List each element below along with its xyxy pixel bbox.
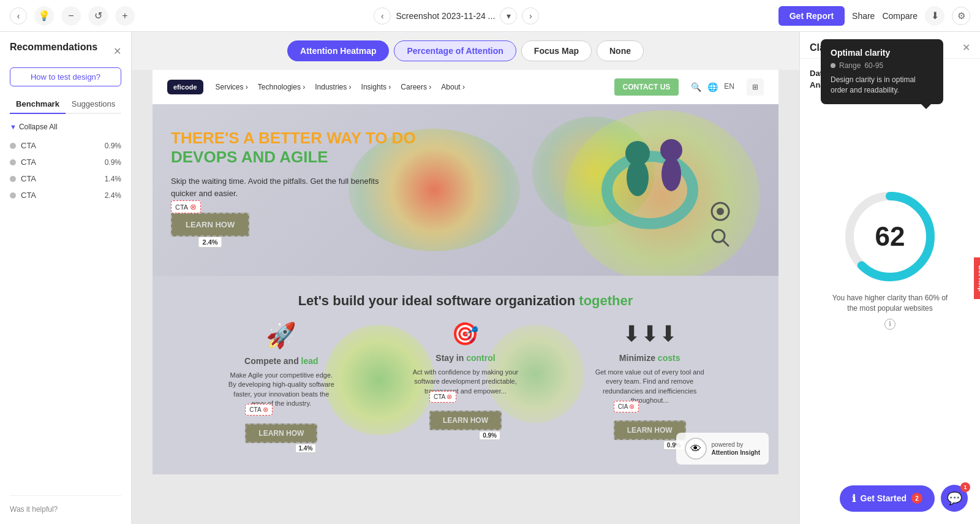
sidebar-bottom: Was it helpful? xyxy=(10,495,121,514)
cta-dot-2 xyxy=(10,159,16,165)
next-screenshot-button[interactable]: › xyxy=(522,7,539,25)
gauge-number: 62 xyxy=(875,221,905,252)
ai-logo: 👁 xyxy=(685,438,707,460)
tab-attention-heatmap[interactable]: Attention Heatmap xyxy=(287,40,389,61)
tooltip-description: Design clarity is in optimal order and r… xyxy=(831,75,933,96)
site-nav-links: Services › Technologies › Industries › I… xyxy=(216,83,602,91)
feature2-pct: 0.9% xyxy=(479,431,500,440)
site-nav: eficode Services › Technologies › Indust… xyxy=(153,70,778,104)
get-started-badge: 2 xyxy=(911,493,922,504)
bulb-button[interactable]: 💡 xyxy=(34,6,54,26)
plus-button[interactable]: + xyxy=(115,6,135,26)
cta-pct-4: 2.4% xyxy=(105,191,121,200)
bottom-title-text: Let's build your ideal software organiza… xyxy=(298,293,633,308)
feature-desc-3: Get more value out of every tool and eve… xyxy=(595,368,705,406)
get-report-button[interactable]: Get Report xyxy=(778,6,845,26)
hero-section: THERE'S A BETTER WAY TO DO DEVOPS AND AG… xyxy=(153,104,778,276)
download-button[interactable]: ⬇ xyxy=(925,6,944,26)
cta-pct-2: 0.9% xyxy=(105,158,121,167)
tab-benchmark[interactable]: Benchmark xyxy=(10,95,66,114)
features-row: 🚀 Compete and lead Make Agile your compe… xyxy=(153,321,778,443)
site-nav-icons: 🔍 🌐 EN xyxy=(691,82,734,92)
language-selector: EN xyxy=(724,82,734,92)
feature1-learn-how-button[interactable]: LEARN HOW 1.4% xyxy=(245,423,317,443)
gauge-caption: You have higher clarity than 60% of the … xyxy=(829,293,951,314)
website-mockup: eficode Services › Technologies › Indust… xyxy=(153,70,778,474)
contact-us-button[interactable]: CONTACT US xyxy=(614,78,679,96)
back-button[interactable]: ‹ xyxy=(10,7,27,25)
compare-button[interactable]: Compare xyxy=(882,11,918,21)
tooltip-range: Range 60-95 xyxy=(831,61,933,70)
feature-desc-2: Act with confidence by making your softw… xyxy=(410,368,521,396)
dropdown-arrow-button[interactable]: ▾ xyxy=(500,7,517,25)
cta-item-3: CTA 1.4% xyxy=(10,170,121,187)
hero-title: THERE'S A BETTER WAY TO DO DEVOPS AND AG… xyxy=(171,129,760,167)
tooltip-range-value: 60-95 xyxy=(864,61,883,70)
sidebar: Recommendations ✕ How to test design? Be… xyxy=(0,32,132,524)
refresh-button[interactable]: ↺ xyxy=(88,6,108,26)
how-to-test-button[interactable]: How to test design? xyxy=(10,67,121,86)
sidebar-tabs: Benchmark Suggestions xyxy=(10,95,121,114)
clarity-tooltip: Optimal clarity Range 60-95 Design clari… xyxy=(821,39,943,104)
topbar: ‹ 💡 − ↺ + ‹ Screenshot 2023-11-24 ... ▾ … xyxy=(0,0,980,32)
chat-badge: 1 xyxy=(960,482,970,492)
nav-link-about: About › xyxy=(441,83,465,91)
tab-focus-map[interactable]: Focus Map xyxy=(521,40,592,61)
collapse-arrow-icon: ▼ xyxy=(10,123,17,131)
collapse-all-button[interactable]: ▼ Collapse All xyxy=(10,123,121,131)
prev-screenshot-button[interactable]: ‹ xyxy=(374,7,391,25)
minus-button[interactable]: − xyxy=(61,6,81,26)
topbar-right: Get Report Share Compare ⬇ ⚙ xyxy=(778,6,970,26)
feature3-learn-how-button[interactable]: LEARN HOW 0.9% xyxy=(614,420,686,440)
feature-item-3: ⬇⬇⬇ Minimize costs Get more value out of… xyxy=(582,321,717,443)
search-icon: 🔍 xyxy=(691,82,701,92)
sidebar-close-button[interactable]: ✕ xyxy=(113,45,121,57)
cta-label-2: CTA xyxy=(21,158,100,167)
settings-icon: ⚙ xyxy=(957,10,965,21)
cta-pct-1: 0.9% xyxy=(105,142,121,150)
tooltip-arrow xyxy=(921,104,931,109)
feature1-cta-tag: CTA ⊗ xyxy=(245,404,272,416)
hero-text-area: THERE'S A BETTER WAY TO DO DEVOPS AND AG… xyxy=(153,104,778,261)
get-started-button[interactable]: ℹ Get Started 2 xyxy=(840,485,935,512)
right-panel-close-button[interactable]: ✕ xyxy=(962,42,970,53)
screenshot-area[interactable]: eficode Services › Technologies › Indust… xyxy=(132,70,799,524)
feature2-learn-how-button[interactable]: LEARN HOW 0.9% xyxy=(429,411,502,430)
nav-link-insights: Insights › xyxy=(361,83,391,91)
tab-none[interactable]: None xyxy=(597,40,644,61)
range-dot xyxy=(831,63,835,68)
bottom-section: Let's build your ideal software organiza… xyxy=(153,276,778,474)
chat-button[interactable]: 💬 1 xyxy=(941,485,968,512)
right-panel-body: Date: Nov 24 2023 Analysis type: Desktop… xyxy=(800,59,980,524)
bottom-section-title: Let's build your ideal software organiza… xyxy=(153,276,778,321)
back-icon: ‹ xyxy=(17,11,20,21)
screenshot-wrapper: eficode Services › Technologies › Indust… xyxy=(153,70,778,474)
info-icon[interactable]: ℹ xyxy=(884,319,895,330)
tab-percentage-of-attention[interactable]: Percentage of Attention xyxy=(394,40,516,61)
hero-cta-tag: CTA ⊗ xyxy=(171,200,201,213)
was-helpful-label[interactable]: Was it helpful? xyxy=(10,505,58,514)
share-button[interactable]: Share xyxy=(852,11,875,21)
feature3-cia-tag: CIA ⊗ xyxy=(614,401,639,412)
nav-link-industries: Industries › xyxy=(315,83,351,91)
hero-title-line1: THERE'S A BETTER WAY TO DO xyxy=(171,129,416,147)
tab-suggestions[interactable]: Suggestions xyxy=(66,95,121,113)
nav-link-technologies: Technologies › xyxy=(258,83,305,91)
cta-item-2: CTA 0.9% xyxy=(10,154,121,170)
center-content: Attention Heatmap Percentage of Attentio… xyxy=(132,32,799,524)
globe-icon: 🌐 xyxy=(707,82,718,92)
get-help-tab[interactable]: Get help xyxy=(974,257,980,298)
tooltip-title: Optimal clarity xyxy=(831,48,933,58)
main-layout: Recommendations ✕ How to test design? Be… xyxy=(0,32,980,524)
settings-button[interactable]: ⚙ xyxy=(952,7,970,25)
hero-learn-how-button[interactable]: LEARN HOW 2.4% xyxy=(171,213,249,237)
sidebar-title: Recommendations xyxy=(10,42,97,53)
minus-icon: − xyxy=(68,10,74,21)
gauge-circle: 62 xyxy=(841,188,939,286)
feature-desc-1: Make Agile your competitive edge. By dev… xyxy=(226,371,336,409)
nav-link-services: Services › xyxy=(216,83,248,91)
cta-dot-3 xyxy=(10,176,16,182)
get-started-label: Get Started xyxy=(861,493,907,503)
info-circle-icon: ℹ xyxy=(852,493,856,504)
bulb-icon: 💡 xyxy=(38,10,50,21)
